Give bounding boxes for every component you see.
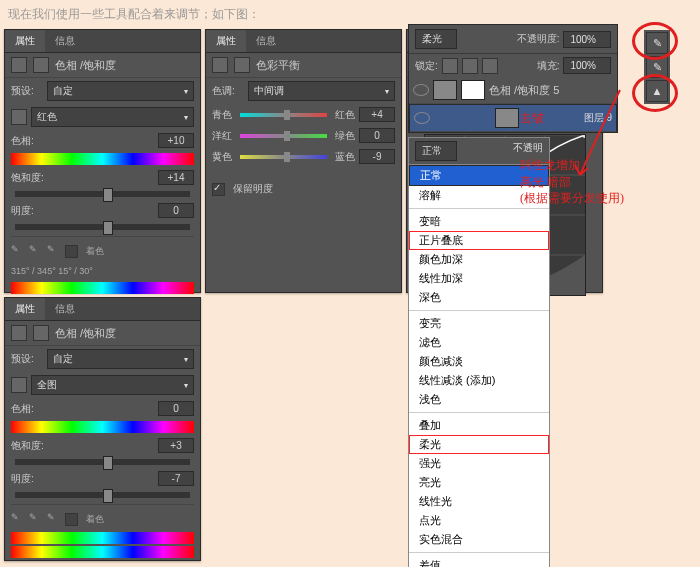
light-value[interactable]: -7 [158,471,194,486]
tone-label: 色调: [212,84,244,98]
blend-colordodge[interactable]: 颜色减淡 [409,352,549,371]
lock-all-icon[interactable] [482,58,498,74]
sat-slider[interactable] [15,191,190,197]
tab-properties[interactable]: 属性 [5,298,45,320]
light-value[interactable]: 0 [158,203,194,218]
preserve-check[interactable] [212,183,225,196]
yellow-label: 黄色 [212,150,232,164]
green-label: 绿色 [335,129,355,143]
blend-colorburn[interactable]: 颜色加深 [409,250,549,269]
handwritten-annotation: 去皱 叫性龙增加 高光 暗部 (根据需要分发使用) [520,110,624,207]
hue-sat-panel-1: 属性信息 色相 /饱和度 预设:自定▾ 红色▾ 色相:+10 饱和度:+14 明… [4,29,201,293]
eyedropper-plus-icon[interactable]: ✎ [29,512,43,526]
opacity-label: 不透明度: [517,32,560,46]
cyan-value[interactable]: +4 [359,107,395,122]
mask-thumb [461,80,485,100]
lock-pixels-icon[interactable] [442,58,458,74]
hue-spectrum[interactable] [11,153,194,165]
lock-label: 锁定: [415,59,438,73]
hue-value[interactable]: 0 [158,401,194,416]
colorize-check[interactable] [65,245,78,258]
hue-value[interactable]: +10 [158,133,194,148]
mask-icon [234,57,250,73]
tab-info[interactable]: 信息 [246,30,286,52]
layer-name: 色相 /饱和度 5 [489,83,559,98]
preset-select[interactable]: 自定▾ [47,81,194,101]
magenta-value[interactable]: 0 [359,128,395,143]
blend-overlay[interactable]: 叠加 [409,416,549,435]
blend-linearburn[interactable]: 线性加深 [409,269,549,288]
yellow-value[interactable]: -9 [359,149,395,164]
magenta-green-slider[interactable] [240,134,327,138]
sat-slider[interactable] [15,459,190,465]
light-label: 明度: [11,472,43,486]
colorize-check[interactable] [65,513,78,526]
preset-select[interactable]: 自定▾ [47,349,194,369]
visibility-icon[interactable] [413,84,429,96]
blend-pin[interactable]: 点光 [409,511,549,530]
lock-position-icon[interactable] [462,58,478,74]
brush-tool-icon[interactable]: ✎ [646,32,668,54]
blend-diff[interactable]: 差值 [409,556,549,567]
preset-label: 预设: [11,352,43,366]
blend-lighter[interactable]: 浅色 [409,390,549,409]
blend-hardlight[interactable]: 强光 [409,454,549,473]
colorize-label: 着色 [86,513,104,526]
color-balance-panel: 属性信息 色彩平衡 色调:中间调▾ 青色红色+4 洋红绿色0 黄色蓝色-9 保留… [205,29,402,293]
visibility-icon[interactable] [414,112,430,124]
dd-current[interactable]: 正常 [415,141,457,161]
layer-thumb [495,108,519,128]
finger-icon[interactable] [11,109,27,125]
tone-select[interactable]: 中间调▾ [248,81,395,101]
panel-title: 色相 /饱和度 [55,326,116,341]
blend-hardmix[interactable]: 实色混合 [409,530,549,549]
blend-multiply[interactable]: 正片叠底 [409,231,549,250]
layer-row[interactable]: 色相 /饱和度 5 [409,77,617,104]
sat-value[interactable]: +14 [158,170,194,185]
fill-value[interactable]: 100% [563,57,611,74]
magenta-label: 洋红 [212,129,232,143]
channel-select[interactable]: 全图▾ [31,375,194,395]
blend-darker[interactable]: 深色 [409,288,549,307]
blend-softlight[interactable]: 柔光 [409,435,549,454]
tool-strip: ✎ ✎ ▲ [644,30,670,104]
range-spectrum[interactable] [11,282,194,294]
cyan-red-slider[interactable] [240,113,327,117]
eyedropper-minus-icon[interactable]: ✎ [47,512,61,526]
blend-mode-select[interactable]: 柔光 [415,29,457,49]
sat-value[interactable]: +3 [158,438,194,453]
eyedropper-minus-icon[interactable]: ✎ [47,244,61,258]
yellow-blue-slider[interactable] [240,155,327,159]
blue-label: 蓝色 [335,150,355,164]
hue-spectrum[interactable] [11,421,194,433]
tab-info[interactable]: 信息 [45,30,85,52]
eyedropper-icon[interactable]: ✎ [11,512,25,526]
sat-label: 饱和度: [11,439,44,453]
tab-info[interactable]: 信息 [45,298,85,320]
eyedropper-tool-icon[interactable]: ✎ [646,56,668,78]
light-slider[interactable] [15,224,190,230]
blend-linear[interactable]: 线性光 [409,492,549,511]
bucket-tool-icon[interactable]: ▲ [646,80,668,102]
colorize-label: 着色 [86,245,104,258]
opacity-value[interactable]: 100% [563,31,611,48]
blend-lineardodge[interactable]: 线性减淡 (添加) [409,371,549,390]
tab-properties[interactable]: 属性 [206,30,246,52]
hue-sat-panel-2: 属性信息 色相 /饱和度 预设:自定▾ 全图▾ 色相:0 饱和度:+3 明度:-… [4,297,201,561]
panel-title: 色相 /饱和度 [55,58,116,73]
tab-properties[interactable]: 属性 [5,30,45,52]
light-slider[interactable] [15,492,190,498]
bottom-spectrum-1 [11,532,194,544]
eyedropper-plus-icon[interactable]: ✎ [29,244,43,258]
eyedropper-icon[interactable]: ✎ [11,244,25,258]
finger-icon[interactable] [11,377,27,393]
blend-screen[interactable]: 滤色 [409,333,549,352]
adjustment-icon [212,57,228,73]
layer-thumb [433,80,457,100]
bottom-spectrum-2 [11,546,194,558]
blend-lighten[interactable]: 变亮 [409,314,549,333]
blend-darken[interactable]: 变暗 [409,212,549,231]
channel-select[interactable]: 红色▾ [31,107,194,127]
blend-vivid[interactable]: 亮光 [409,473,549,492]
sat-label: 饱和度: [11,171,44,185]
